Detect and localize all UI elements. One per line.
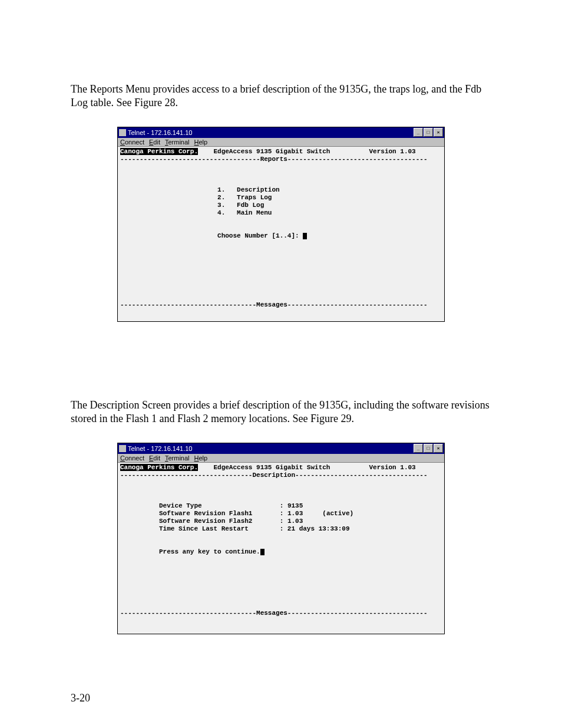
document-page: The Reports Menu provides access to a br… <box>0 0 562 728</box>
window-controls: _ □ × <box>414 128 443 137</box>
menubar: Connect Edit Terminal Help <box>118 454 444 463</box>
header-company: Canoga Perkins Corp. <box>120 464 198 471</box>
menu-help[interactable]: Help <box>194 454 208 462</box>
header-version: Version 1.03 <box>369 148 416 155</box>
window-title: Telnet - 172.16.141.10 <box>128 445 192 452</box>
header-company: Canoga Perkins Corp. <box>120 148 198 155</box>
window-title: Telnet - 172.16.141.10 <box>128 129 192 136</box>
paragraph-2: The Description Screen provides a brief … <box>71 398 491 426</box>
menu-connect[interactable]: Connect <box>120 139 144 146</box>
section-title: Reports <box>260 156 287 163</box>
messages-title: Messages <box>256 610 287 617</box>
menu-edit[interactable]: Edit <box>149 454 160 462</box>
menu-item-3[interactable]: 3. Fdb Log <box>217 202 264 209</box>
close-button[interactable]: × <box>434 444 443 453</box>
telnet-window-reports: Telnet - 172.16.141.10 _ □ × Connect Edi… <box>117 127 445 322</box>
minimize-button[interactable]: _ <box>414 444 423 453</box>
maximize-button[interactable]: □ <box>424 444 433 453</box>
header-version: Version 1.03 <box>369 464 416 471</box>
cursor-icon <box>303 233 307 239</box>
menu-terminal[interactable]: Terminal <box>165 139 190 146</box>
field-device-type: Device Type : 9135 <box>159 502 303 509</box>
cursor-icon <box>260 549 265 555</box>
choose-prompt: Choose Number [1..4]: <box>217 232 303 239</box>
titlebar: Telnet - 172.16.141.10 _ □ × <box>118 127 444 138</box>
section-title: Description <box>252 472 295 479</box>
continue-prompt: Press any key to continue. <box>159 548 260 555</box>
messages-title: Messages <box>256 301 287 308</box>
close-button[interactable]: × <box>434 128 443 137</box>
terminal-content-description: Canoga Perkins Corp. EdgeAccess 9135 Gig… <box>118 463 444 634</box>
field-flash2: Software Revision Flash2 : 1.03 <box>159 518 303 525</box>
minimize-button[interactable]: _ <box>414 128 423 137</box>
paragraph-1: The Reports Menu provides access to a br… <box>71 83 491 110</box>
menu-item-2[interactable]: 2. Traps Log <box>217 194 272 201</box>
titlebar: Telnet - 172.16.141.10 _ □ × <box>118 443 444 454</box>
header-product: EdgeAccess 9135 Gigabit Switch <box>213 464 330 471</box>
menu-terminal[interactable]: Terminal <box>165 454 190 462</box>
field-flash1: Software Revision Flash1 : 1.03 (active) <box>159 510 353 517</box>
window-controls: _ □ × <box>414 444 443 453</box>
page-number: 3-20 <box>71 692 90 704</box>
telnet-window-description: Telnet - 172.16.141.10 _ □ × Connect Edi… <box>117 443 445 634</box>
field-restart: Time Since Last Restart : 21 days 13:33:… <box>159 525 349 532</box>
maximize-button[interactable]: □ <box>424 128 433 137</box>
menu-connect[interactable]: Connect <box>120 454 144 462</box>
menu-edit[interactable]: Edit <box>149 139 160 146</box>
menu-help[interactable]: Help <box>194 139 208 146</box>
app-icon <box>119 445 126 452</box>
menu-item-4[interactable]: 4. Main Menu <box>217 209 272 216</box>
menubar: Connect Edit Terminal Help <box>118 138 444 147</box>
header-product: EdgeAccess 9135 Gigabit Switch <box>213 148 330 155</box>
menu-item-1[interactable]: 1. Description <box>217 186 280 193</box>
terminal-content-reports: Canoga Perkins Corp. EdgeAccess 9135 Gig… <box>118 147 444 321</box>
app-icon <box>119 129 126 136</box>
